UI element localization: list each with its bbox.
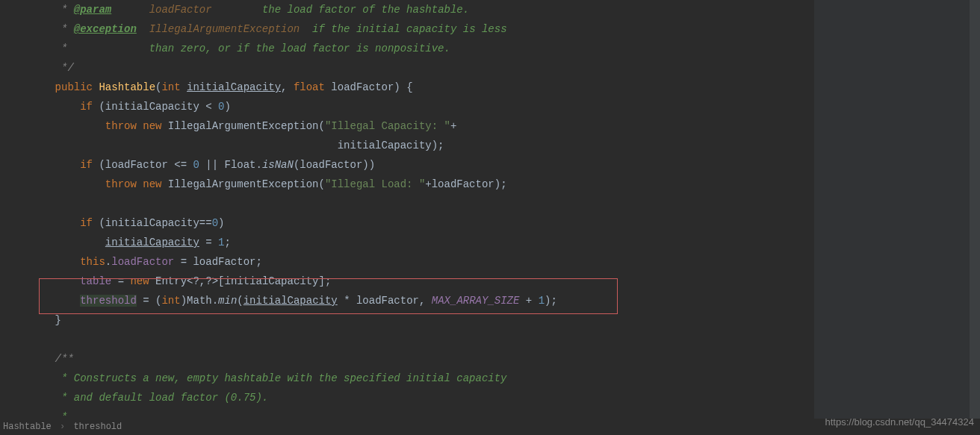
breadcrumb-item[interactable]: threshold	[73, 422, 122, 432]
editor-right-margin	[814, 0, 970, 419]
breadcrumb[interactable]: Hashtable › threshold	[0, 419, 122, 435]
watermark-text: https://blog.csdn.net/qq_34474324	[825, 413, 975, 432]
breadcrumb-item[interactable]: Hashtable	[3, 422, 52, 432]
scrollbar[interactable]	[970, 0, 980, 419]
chevron-right-icon: ›	[60, 422, 65, 432]
